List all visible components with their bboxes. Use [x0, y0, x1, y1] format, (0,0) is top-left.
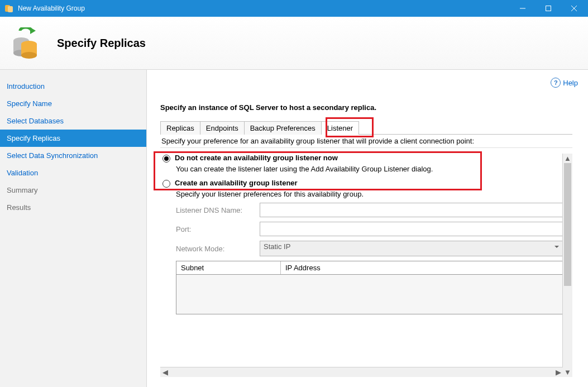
tab-listener[interactable]: Listener — [321, 121, 359, 135]
option-create-listener-title: Create an availability group listener — [175, 179, 298, 187]
input-port[interactable] — [260, 222, 563, 236]
label-listener-dns: Listener DNS Name: — [176, 206, 260, 214]
tab-replicas[interactable]: Replicas — [160, 121, 200, 135]
help-icon: ? — [551, 78, 561, 88]
ip-grid-header: Subnet IP Address — [176, 261, 562, 275]
col-subnet[interactable]: Subnet — [176, 261, 281, 274]
option-no-listener[interactable]: Do not create an availability group list… — [162, 154, 563, 173]
option-no-listener-title: Do not create an availability group list… — [175, 154, 338, 162]
page-title: Specify Replicas — [57, 37, 146, 50]
nav-item-results[interactable]: Results — [0, 199, 146, 216]
wizard-nav: IntroductionSpecify NameSelect Databases… — [0, 70, 147, 387]
window-titlebar: New Availability Group — [0, 0, 588, 17]
scroll-down-icon[interactable]: ▼ — [563, 367, 572, 377]
option-create-listener[interactable]: Create an availability group listener Sp… — [162, 179, 563, 198]
wizard-logo-icon — [10, 27, 41, 59]
app-icon — [4, 4, 13, 13]
ip-grid-body — [176, 275, 562, 314]
minimize-button[interactable] — [510, 0, 536, 17]
scroll-left-icon[interactable]: ◀ — [160, 367, 170, 377]
option-no-listener-desc: You can create the listener later using … — [176, 165, 563, 173]
replica-tabs: ReplicasEndpointsBackup PreferencesListe… — [160, 121, 572, 135]
radio-no-listener[interactable] — [162, 155, 170, 163]
label-port: Port: — [176, 225, 260, 233]
row-port: Port: — [176, 222, 563, 236]
svg-point-12 — [21, 52, 37, 59]
nav-item-introduction[interactable]: Introduction — [0, 78, 146, 95]
scroll-up-icon[interactable]: ▲ — [563, 154, 572, 163]
scroll-thumb[interactable] — [564, 163, 571, 286]
tab-backup-preferences[interactable]: Backup Preferences — [244, 121, 322, 135]
col-ip-address[interactable]: IP Address — [281, 261, 562, 274]
nav-item-validation[interactable]: Validation — [0, 164, 146, 181]
nav-item-select-databases[interactable]: Select Databases — [0, 112, 146, 130]
svg-rect-1 — [8, 6, 13, 12]
option-create-listener-desc: Specify your listener preferences for th… — [176, 190, 563, 198]
input-listener-dns[interactable] — [260, 203, 563, 217]
listener-preference-text: Specify your preference for an availabil… — [160, 135, 572, 148]
wizard-header: Specify Replicas — [0, 17, 588, 70]
help-link[interactable]: ? Help — [551, 78, 578, 88]
instruction-text: Specify an instance of SQL Server to hos… — [160, 103, 572, 112]
nav-item-specify-name[interactable]: Specify Name — [0, 95, 146, 112]
row-network-mode: Network Mode: Static IP — [176, 241, 563, 256]
scroll-right-icon[interactable]: ▶ — [553, 367, 563, 377]
nav-item-specify-replicas[interactable]: Specify Replicas — [0, 130, 146, 147]
nav-item-summary[interactable]: Summary — [0, 181, 146, 199]
tab-endpoints[interactable]: Endpoints — [200, 121, 245, 135]
row-listener-dns: Listener DNS Name: — [176, 203, 563, 217]
ip-grid: Subnet IP Address — [176, 261, 563, 314]
svg-rect-3 — [546, 6, 551, 11]
svg-marker-6 — [30, 27, 36, 34]
wizard-main: ? Help Specify an instance of SQL Server… — [147, 70, 588, 387]
label-network-mode: Network Mode: — [176, 245, 260, 253]
select-network-mode[interactable]: Static IP — [260, 241, 563, 256]
vertical-scrollbar[interactable]: ▲ ▼ — [562, 154, 572, 377]
radio-create-listener[interactable] — [162, 180, 170, 188]
help-label: Help — [563, 79, 578, 87]
window-title: New Availability Group — [16, 4, 510, 12]
maximize-button[interactable] — [536, 0, 561, 17]
horizontal-scrollbar[interactable]: ◀ ▶ — [160, 367, 563, 377]
nav-item-select-data-synchronization[interactable]: Select Data Synchronization — [0, 147, 146, 164]
close-button[interactable] — [561, 0, 587, 17]
